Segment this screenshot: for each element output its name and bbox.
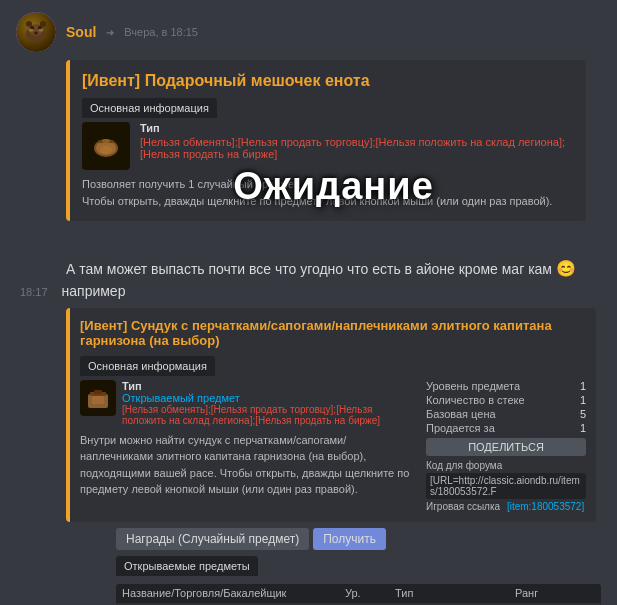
- type-label: Тип: [140, 122, 160, 134]
- type-value-2: Открываемый предмет: [122, 392, 418, 404]
- right-field-2: Базовая цена 5: [426, 408, 586, 420]
- embed-right: Уровень предмета 1 Количество в стеке 1 …: [426, 380, 586, 512]
- embed-body-2: Тип Открываемый предмет [Нельзя обменять…: [80, 380, 586, 512]
- game-link-value: [item:180053572]: [507, 501, 584, 512]
- field-val-0: 1: [580, 380, 586, 392]
- username: Soul: [66, 24, 96, 40]
- emoji-icon: 😊: [556, 260, 576, 277]
- svg-rect-19: [94, 390, 102, 394]
- embed-wrapper-1: [Ивент] Подарочный мешочек енота Основна…: [66, 56, 601, 248]
- arrow-icon: ➜: [106, 27, 114, 38]
- type-badges-2: [Нельзя обменять];[Нельзя продать торгов…: [122, 404, 418, 426]
- svg-point-5: [34, 32, 38, 35]
- code-block[interactable]: [URL=http://classic.aiondb.ru/items/1800…: [426, 473, 586, 499]
- svg-point-15: [100, 146, 112, 154]
- embed-details-1: Тип [Нельзя обменять];[Нельзя продать то…: [140, 122, 574, 170]
- message-header-1: Soul ➜ Вчера, в 18:15: [16, 12, 601, 52]
- text-message-2: А там может выпасть почти все что угодно…: [66, 258, 601, 280]
- right-field-3: Продается за 1: [426, 422, 586, 434]
- message-text-2: А там может выпасть почти все что угодно…: [66, 261, 552, 277]
- message-group-1: Soul ➜ Вчера, в 18:15 [Ивент] Подарочный…: [0, 8, 617, 252]
- embed-desc-2: Внутри можно найти сундук с перчатками/с…: [80, 432, 418, 498]
- svg-point-7: [40, 21, 46, 27]
- message-group-2: А там может выпасть почти все что угодно…: [0, 252, 617, 605]
- tab-buttons: Награды (Случайный предмет) Получить: [116, 528, 601, 550]
- embed-type-field: Тип: [140, 122, 574, 134]
- field-val-1: 1: [580, 394, 586, 406]
- embed-desc-1: Позволяет получить 1 случайный предмет. …: [82, 176, 574, 209]
- subtab-label[interactable]: Открываемые предметы: [116, 556, 258, 576]
- embed-box-1: [Ивент] Подарочный мешочек енота Основна…: [66, 60, 586, 221]
- field-key-3: Продается за: [426, 422, 495, 434]
- message-content-1: [Ивент] Подарочный мешочек енота Основна…: [66, 56, 601, 248]
- code-label: Код для форума: [426, 460, 586, 471]
- embed-tab-2[interactable]: Основная информация: [80, 356, 215, 376]
- type-label-2: Тип: [122, 380, 418, 392]
- col-header-level: Ур.: [345, 587, 395, 599]
- embed-title-1: [Ивент] Подарочный мешочек енота: [82, 72, 574, 90]
- embed-body-1: Тип [Нельзя обменять];[Нельзя продать то…: [82, 122, 574, 170]
- embed-desc-line1: Позволяет получить 1 случайный предмет.: [82, 176, 574, 193]
- tab-rewards[interactable]: Награды (Случайный предмет): [116, 528, 309, 550]
- svg-point-8: [29, 29, 34, 32]
- svg-point-6: [26, 21, 32, 27]
- continuation-text: например: [62, 282, 126, 302]
- embed-type-2: Тип Открываемый предмет [Нельзя обменять…: [122, 380, 418, 426]
- tab-receive[interactable]: Получить: [313, 528, 386, 550]
- chat-container: Soul ➜ Вчера, в 18:15 [Ивент] Подарочный…: [0, 0, 617, 605]
- field-key-2: Базовая цена: [426, 408, 496, 420]
- right-field-0: Уровень предмета 1: [426, 380, 586, 392]
- embed-left: Тип Открываемый предмет [Нельзя обменять…: [80, 380, 418, 512]
- share-button[interactable]: ПОДЕЛИТЬСЯ: [426, 438, 586, 456]
- game-link: Игровая ссылка [item:180053572]: [426, 501, 586, 512]
- table-section: Название/Торговля/Бакалейщик Ур. Тип Ран…: [116, 584, 601, 605]
- time-label-2: 18:17: [16, 286, 48, 298]
- embed-title-2: [Ивент] Сундук с перчатками/сапогами/нап…: [80, 318, 586, 348]
- item-icon-2: [80, 380, 116, 416]
- col-header-type: Тип: [395, 587, 515, 599]
- col-header-rank: Ранг: [515, 587, 595, 599]
- right-field-1: Количество в стеке 1: [426, 394, 586, 406]
- field-val-2: 5: [580, 408, 586, 420]
- embed-box-2: [Ивент] Сундук с перчатками/сапогами/нап…: [66, 308, 596, 522]
- avatar-image: [16, 12, 56, 52]
- table-header: Название/Торговля/Бакалейщик Ур. Тип Ран…: [116, 584, 601, 602]
- svg-point-9: [39, 29, 44, 32]
- type-value: [Нельзя обменять];[Нельзя продать торгов…: [140, 136, 574, 160]
- col-header-name: Название/Торговля/Бакалейщик: [122, 587, 345, 599]
- message-timestamp: Вчера, в 18:15: [124, 26, 198, 38]
- svg-point-14: [102, 139, 110, 143]
- svg-rect-20: [92, 396, 104, 404]
- field-key-0: Уровень предмета: [426, 380, 520, 392]
- field-key-1: Количество в стеке: [426, 394, 525, 406]
- item-icon-1: [82, 122, 130, 170]
- field-val-3: 1: [580, 422, 586, 434]
- message-content-2: [Ивент] Сундук с перчатками/сапогами/нап…: [66, 304, 601, 605]
- avatar: [16, 12, 56, 52]
- embed-tab-1[interactable]: Основная информация: [82, 98, 217, 118]
- game-link-label: Игровая ссылка: [426, 501, 500, 512]
- embed-desc-line2: Чтобы открыть, дважды щелкните по предме…: [82, 193, 574, 210]
